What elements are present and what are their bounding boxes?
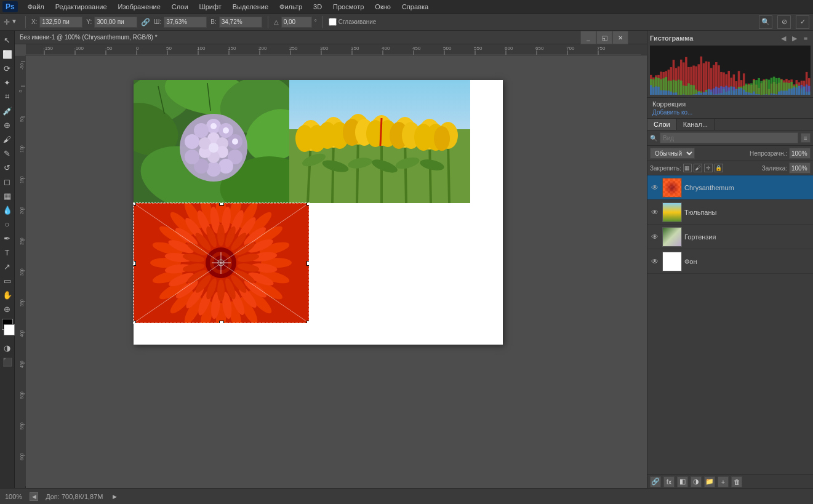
layer-name-bg: Фон [684, 258, 811, 265]
crop-tool[interactable]: ⌗ [1, 90, 14, 103]
quick-mask-btn[interactable]: ◑ [1, 341, 14, 354]
y-input[interactable] [94, 17, 137, 28]
menu-3d[interactable]: 3D [308, 2, 327, 12]
layer-group-btn[interactable]: 📁 [704, 476, 715, 487]
options-toolbar: ✛ ▼ X: Y: 🔗 Ш: В: △ ° Сглаживание 🔍 ⊘ ✓ [0, 14, 813, 31]
svg-point-187 [217, 224, 225, 246]
status-icon[interactable]: ◀ [30, 492, 38, 501]
lock-pixels-btn[interactable]: 🖌 [694, 164, 702, 172]
lock-transparent-btn[interactable]: ▦ [683, 164, 692, 172]
menu-layers[interactable]: Слои [167, 2, 193, 12]
layer-delete-btn[interactable]: 🗑 [731, 476, 742, 487]
h-input[interactable] [219, 17, 262, 28]
search-icon[interactable]: 🔍 [759, 15, 772, 29]
gradient-tool[interactable]: ▦ [1, 189, 14, 202]
lasso-tool[interactable]: ⟳ [1, 62, 14, 75]
tab-channels[interactable]: Канал... [677, 119, 715, 130]
menu-window[interactable]: Окно [370, 2, 396, 12]
histogram-play-icon[interactable]: ▶ [790, 33, 799, 43]
correction-add-link[interactable]: Добавить ко... [652, 109, 808, 116]
eyedropper-tool[interactable]: 💉 [1, 104, 14, 118]
layer-name-chrysanthemum: Chrysanthemum [684, 184, 811, 191]
blur-tool[interactable]: 💧 [1, 203, 14, 217]
menu-file[interactable]: Файл [23, 2, 49, 12]
bg-color[interactable] [4, 324, 15, 335]
layer-row-tulips[interactable]: 👁 Тюльпаны [647, 200, 813, 225]
svg-line-123 [380, 118, 382, 146]
histogram-header: Гистограмма ◀ ▶ ≡ [650, 33, 811, 43]
visibility-eye-bg[interactable]: 👁 [650, 257, 660, 266]
handle-top-mid[interactable] [219, 203, 224, 206]
shape-tool[interactable]: ▭ [1, 274, 14, 287]
svg-text:100: 100 [197, 46, 206, 51]
layer-fx-btn[interactable]: fx [663, 476, 675, 487]
layer-new-btn[interactable]: + [718, 476, 729, 487]
minimize-button[interactable]: _ [580, 31, 596, 44]
menu-select[interactable]: Выделение [228, 2, 273, 12]
angle-input[interactable] [281, 17, 312, 28]
canvas-scroll-area[interactable] [26, 55, 647, 488]
menu-view[interactable]: Просмотр [328, 2, 369, 12]
layer-row-chrysanthemum[interactable]: 👁 Chrysanthemum [647, 175, 813, 200]
menu-help[interactable]: Справка [397, 2, 433, 12]
blend-mode-select[interactable]: Обычный [650, 148, 695, 159]
rectangle-select-tool[interactable]: ⬜ [1, 47, 14, 61]
restore-button[interactable]: ◱ [596, 31, 612, 44]
smooth-checkbox[interactable] [329, 18, 337, 26]
layers-search-input[interactable] [660, 132, 798, 143]
handle-bot-left[interactable] [134, 321, 136, 323]
history-tool[interactable]: ↺ [1, 161, 14, 174]
menu-edit[interactable]: Редактирование [50, 2, 112, 12]
tab-layers[interactable]: Слои [647, 119, 677, 130]
w-input[interactable] [164, 17, 207, 28]
layer-link-btn[interactable]: 🔗 [650, 476, 661, 487]
x-input[interactable] [39, 17, 82, 28]
clone-tool[interactable]: ✎ [1, 146, 14, 160]
eraser-tool[interactable]: ◻ [1, 175, 14, 188]
menu-filter[interactable]: Фильтр [274, 2, 307, 12]
doc-size-display: Доп: 700,8К/1,87М [46, 493, 103, 500]
brush-tool[interactable]: 🖌 [1, 132, 14, 146]
chrysanthemum-layer[interactable] [134, 203, 309, 323]
handle-bot-mid[interactable] [219, 321, 224, 323]
handle-top-left[interactable] [134, 203, 136, 206]
visibility-eye-chrysanthemum[interactable]: 👁 [650, 183, 660, 193]
layers-lock-bar: Закрепить: ▦ 🖌 ✛ 🔒 Заливка: [647, 161, 813, 175]
ruler-left: -50 0 50 100 150 200 250 [15, 55, 26, 488]
opacity-input[interactable] [789, 148, 811, 159]
layer-mask-btn[interactable]: ◧ [677, 476, 688, 487]
fill-input[interactable] [789, 162, 811, 174]
svg-point-97 [209, 143, 218, 153]
svg-text:100: 100 [20, 145, 24, 153]
correction-title: Коррекция [652, 100, 808, 108]
text-tool[interactable]: T [1, 246, 14, 259]
screen-mode-btn[interactable]: ⬛ [1, 355, 14, 369]
smooth-label[interactable]: Сглаживание [329, 18, 377, 26]
healing-tool[interactable]: ⊕ [1, 118, 14, 132]
histogram-nav-icon[interactable]: ◀ [779, 33, 788, 43]
pen-tool[interactable]: ✒ [1, 231, 14, 245]
move-tool[interactable]: ↖ [1, 33, 14, 47]
dodge-tool[interactable]: ○ [1, 217, 14, 231]
handle-mid-left[interactable] [134, 261, 136, 266]
cancel-transform-icon[interactable]: ⊘ [777, 15, 791, 29]
visibility-eye-hydrangea[interactable]: 👁 [650, 232, 660, 242]
lock-all-btn[interactable]: 🔒 [715, 164, 723, 172]
layer-row-bg[interactable]: 👁 Фон [647, 249, 813, 274]
close-button[interactable]: ✕ [612, 31, 628, 44]
confirm-transform-button[interactable]: ✓ [796, 15, 809, 29]
layers-filter-btn[interactable]: ≡ [801, 133, 811, 143]
hand-tool[interactable]: ✋ [1, 288, 14, 302]
lock-position-btn[interactable]: ✛ [704, 164, 713, 172]
quick-select-tool[interactable]: ✦ [1, 76, 14, 89]
layer-adjustment-btn[interactable]: ◑ [691, 476, 702, 487]
layer-row-hydrangea[interactable]: 👁 Гортензия [647, 225, 813, 249]
path-select-tool[interactable]: ↗ [1, 260, 14, 273]
menu-image[interactable]: Изображение [113, 2, 166, 12]
zoom-tool[interactable]: ⊕ [1, 302, 14, 316]
menu-font[interactable]: Шрифт [194, 2, 226, 12]
window-buttons: _ ◱ ✕ [580, 31, 628, 44]
visibility-eye-tulips[interactable]: 👁 [650, 207, 660, 217]
status-arrow[interactable]: ▶ [111, 492, 119, 501]
histogram-options-icon[interactable]: ≡ [801, 33, 811, 43]
